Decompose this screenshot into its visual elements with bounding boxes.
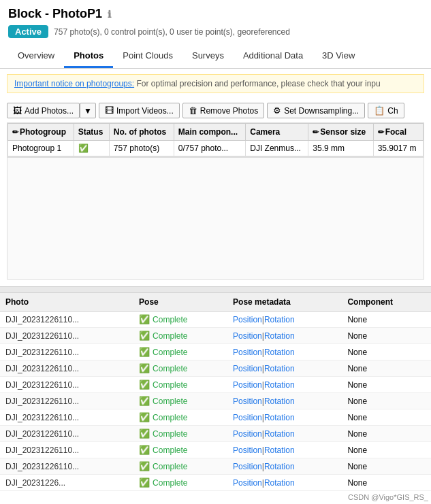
tab-3dview[interactable]: 3D View	[313, 45, 364, 68]
table-row[interactable]: DJI_20231226110... ✅ Complete Position|R…	[0, 458, 431, 475]
remove-photos-label: Remove Photos	[200, 106, 258, 116]
col-pose: Pose	[133, 293, 227, 312]
table-row[interactable]: DJI_20231226110... ✅ Complete Position|R…	[0, 426, 431, 442]
cell-focal: 35.9017 m	[373, 141, 423, 156]
pose-label: Complete	[153, 446, 187, 455]
cell-pose-metadata: Position|Rotation	[227, 475, 342, 491]
notice-text: For optimal precision and performance, p…	[134, 79, 381, 88]
status-text: 757 photo(s), 0 control point(s), 0 user…	[54, 27, 290, 37]
table-row[interactable]: DJI_20231226110... ✅ Complete Position|R…	[0, 393, 431, 409]
cell-maincomp: 0/757 photo...	[174, 141, 245, 156]
table-row-partial[interactable]: DJI_20231226... ✅ Complete Position|Rota…	[0, 475, 431, 491]
import-videos-icon: 🎞	[105, 105, 114, 116]
cell-pose: ✅ Complete	[133, 475, 227, 491]
cell-photo-name: DJI_20231226110...	[0, 393, 133, 409]
table-row[interactable]: DJI_20231226110... ✅ Complete Position|R…	[0, 377, 431, 393]
section-divider	[0, 286, 431, 293]
toolbar: 🖼 Add Photos... ▼ 🎞 Import Videos... 🗑 R…	[0, 99, 431, 122]
cell-pose: ✅ Complete	[133, 393, 227, 409]
complete-check-icon: ✅	[139, 396, 150, 406]
ch-label: Ch	[387, 106, 398, 116]
cell-photogroup: Photogroup 1	[8, 141, 74, 156]
complete-check-icon: ✅	[139, 477, 150, 488]
cell-pose: ✅ Complete	[133, 377, 227, 393]
cell-photo-name: DJI_20231226110...	[0, 328, 133, 344]
empty-area	[7, 157, 424, 280]
pose-label: Complete	[153, 413, 187, 422]
cell-component: None	[342, 328, 431, 344]
table-row[interactable]: Photogroup 1 ✅ 757 photo(s) 0/757 photo.…	[8, 141, 424, 156]
title-text: Block - PhotoP1	[8, 7, 102, 21]
cell-pose-metadata: Position|Rotation	[227, 426, 342, 442]
tab-additionaldata[interactable]: Additional Data	[234, 45, 313, 68]
ch-button[interactable]: 📋 Ch	[368, 103, 404, 118]
remove-photos-button[interactable]: 🗑 Remove Photos	[182, 103, 264, 118]
table-row[interactable]: DJI_20231226110... ✅ Complete Position|R…	[0, 344, 431, 360]
col-photo: Photo	[0, 293, 133, 312]
pose-label: Complete	[153, 380, 187, 390]
pose-label: Complete	[153, 397, 187, 406]
table-row[interactable]: DJI_20231226110... ✅ Complete Position|R…	[0, 328, 431, 344]
cell-pose: ✅ Complete	[133, 409, 227, 426]
col-component: Component	[342, 293, 431, 312]
add-photos-button[interactable]: 🖼 Add Photos...	[7, 103, 80, 118]
table-row[interactable]: DJI_20231226110... ✅ Complete Position|R…	[0, 442, 431, 458]
import-videos-button[interactable]: 🎞 Import Videos...	[99, 103, 180, 118]
col-photogroup: ✏Photogroup	[8, 124, 74, 141]
cell-component: None	[342, 393, 431, 409]
cell-pose-metadata: Position|Rotation	[227, 312, 342, 328]
complete-check-icon: ✅	[139, 461, 150, 471]
complete-check-icon: ✅	[139, 331, 150, 341]
cell-pose-metadata: Position|Rotation	[227, 328, 342, 344]
complete-check-icon: ✅	[139, 412, 150, 422]
complete-check-icon: ✅	[139, 429, 150, 439]
cell-component: None	[342, 442, 431, 458]
pose-label: Complete	[153, 462, 187, 471]
add-photos-dropdown-button[interactable]: ▼	[80, 103, 96, 118]
cell-pose-metadata: Position|Rotation	[227, 409, 342, 426]
photogroup-table-container: ✏Photogroup Status No. of photos Main co…	[7, 122, 424, 157]
cell-pose-metadata: Position|Rotation	[227, 442, 342, 458]
cell-photo-name: DJI_20231226110...	[0, 312, 133, 328]
tab-photos[interactable]: Photos	[64, 45, 113, 68]
notice-link[interactable]: Important notice on photogroups:	[14, 79, 134, 88]
cell-pose: ✅ Complete	[133, 360, 227, 377]
cell-photo-name: DJI_20231226110...	[0, 458, 133, 475]
pose-label: Complete	[153, 429, 187, 439]
cell-camera: DJI Zenmus...	[246, 141, 308, 156]
add-photos-icon: 🖼	[13, 105, 22, 116]
set-downsampling-button[interactable]: ⚙ Set Downsampling...	[267, 103, 365, 118]
cell-photo-name: DJI_20231226...	[0, 475, 133, 491]
complete-check-icon: ✅	[139, 363, 150, 373]
tab-overview[interactable]: Overview	[8, 45, 64, 68]
cell-photo-name: DJI_20231226110...	[0, 409, 133, 426]
cell-photo-name: DJI_20231226110...	[0, 426, 133, 442]
tab-pointclouds[interactable]: Point Clouds	[113, 45, 182, 68]
active-badge: Active	[8, 25, 48, 38]
photo-header-row: Photo Pose Pose metadata Component	[0, 293, 431, 312]
info-icon[interactable]: ℹ	[108, 9, 111, 20]
col-maincomp: Main compon...	[174, 124, 245, 141]
col-status: Status	[74, 124, 109, 141]
cell-sensorsize: 35.9 mm	[308, 141, 373, 156]
photo-table-container: Photo Pose Pose metadata Component DJI_2…	[0, 293, 431, 491]
cell-pose-metadata: Position|Rotation	[227, 360, 342, 377]
pose-label: Complete	[153, 315, 187, 324]
table-row[interactable]: DJI_20231226110... ✅ Complete Position|R…	[0, 409, 431, 426]
complete-check-icon: ✅	[139, 347, 150, 357]
cell-pose: ✅ Complete	[133, 458, 227, 475]
import-videos-label: Import Videos...	[116, 106, 174, 116]
cell-photo-name: DJI_20231226110...	[0, 442, 133, 458]
table-row[interactable]: DJI_20231226110... ✅ Complete Position|R…	[0, 360, 431, 377]
remove-photos-icon: 🗑	[189, 105, 197, 116]
cell-component: None	[342, 475, 431, 491]
cell-photo-name: DJI_20231226110...	[0, 377, 133, 393]
page-title: Block - PhotoP1 ℹ	[8, 7, 423, 21]
add-photos-label: Add Photos...	[25, 106, 74, 116]
table-row[interactable]: DJI_20231226110... ✅ Complete Position|R…	[0, 312, 431, 328]
tab-surveys[interactable]: Surveys	[182, 45, 234, 68]
photogroup-table: ✏Photogroup Status No. of photos Main co…	[7, 123, 424, 156]
pose-label: Complete	[153, 478, 187, 488]
cell-pose-metadata: Position|Rotation	[227, 377, 342, 393]
cell-component: None	[342, 344, 431, 360]
